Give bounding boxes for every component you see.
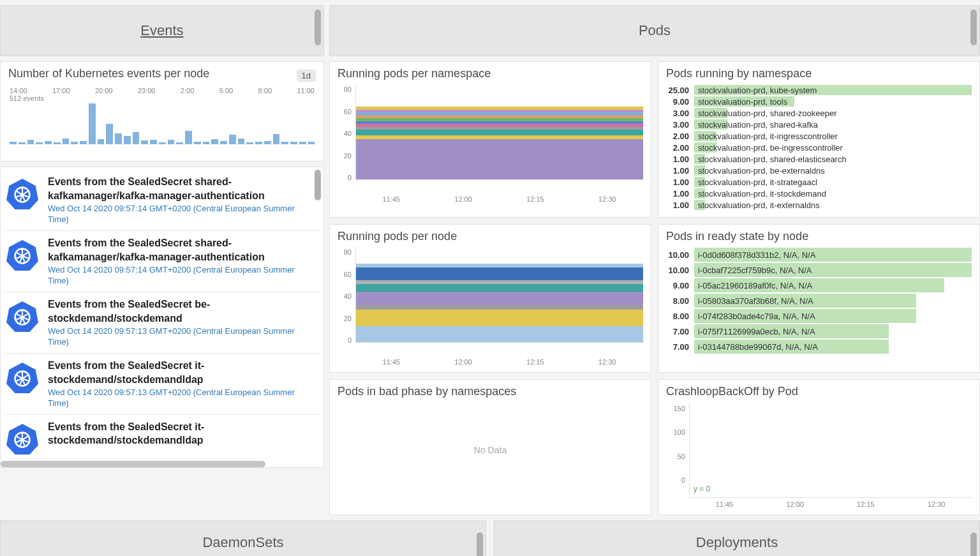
chart-bar — [106, 124, 113, 144]
chart-band — [356, 110, 643, 113]
panel-running-pods-per-namespace: Running pods per namespace 806040200 11:… — [329, 61, 651, 218]
y-tick-label: 60 — [344, 108, 352, 116]
kubernetes-icon — [6, 239, 39, 272]
events-per-node-chart[interactable]: 14:0017:0020:0023:002:005:008:0011:00 51… — [8, 84, 316, 154]
scrollbar-thumb[interactable] — [970, 532, 977, 556]
row-label: i-0d0d608f378d331b2, N/A, N/A — [698, 250, 815, 260]
value-list-row[interactable]: 10.00 i-0d0d608f378d331b2, N/A, N/A — [666, 247, 972, 262]
value-list-row[interactable]: 7.00 i-03144788bde99067d, N/A, N/A — [666, 339, 972, 354]
row-value: 3.00 — [666, 120, 694, 130]
chart-band — [356, 310, 643, 326]
chart-band — [356, 264, 643, 267]
chart-bar — [150, 140, 157, 144]
kubernetes-icon — [6, 361, 39, 394]
value-list-row[interactable]: 1.00 stockvaluation-prd, shared-elastics… — [666, 153, 972, 165]
value-list-row[interactable]: 9.00 stockvaluation-prd, tools — [666, 96, 972, 107]
chart-band — [356, 139, 643, 179]
no-data-label: No Data — [338, 402, 643, 498]
section-header-deployments[interactable]: Deployments — [494, 520, 980, 556]
event-list-item[interactable]: Events from the SealedSecret be-stockdem… — [4, 294, 320, 352]
value-list-row[interactable]: 2.00 stockvaluation-prd, be-ingresscontr… — [666, 142, 972, 153]
running-pods-ns-chart[interactable]: 806040200 — [338, 84, 643, 193]
row-label: stockvaluation-prd, kube-system — [698, 86, 817, 95]
x-tick-label: 12:15 — [857, 500, 875, 508]
row-value: 9.00 — [666, 97, 694, 107]
time-range-badge[interactable]: 1d — [297, 70, 316, 82]
value-list-row[interactable]: 1.00 stockvaluation-prd, be-externaldns — [666, 165, 972, 176]
x-tick-label: 12:00 — [454, 195, 472, 203]
row-value: 1.00 — [666, 154, 694, 164]
value-list-row[interactable]: 9.00 i-05ac21960189af0fc, N/A, N/A — [666, 278, 972, 293]
row-label: i-03144788bde99067d, N/A, N/A — [698, 342, 818, 352]
chart-bar — [98, 139, 105, 144]
chart-bar — [27, 140, 34, 144]
event-list-item[interactable]: Events from the SealedSecret it-stockdem… — [4, 416, 320, 460]
chart-bar — [36, 142, 43, 144]
event-list: Events from the SealedSecret shared-kafk… — [0, 167, 324, 468]
row-value: 25.00 — [666, 86, 694, 95]
value-list-row[interactable]: 2.00 stockvaluation-prd, it-ingresscontr… — [666, 130, 972, 142]
event-timestamp: Wed Oct 14 2020 09:57:14 GMT+0200 (Centr… — [48, 204, 315, 225]
x-tick-label: 12:00 — [786, 500, 804, 508]
section-header-events[interactable]: Events — [0, 5, 324, 56]
event-title: Events from the SealedSecret be-stockdem… — [48, 297, 315, 325]
chart-annotation: y = 0 — [694, 485, 710, 493]
y-tick-label: 100 — [674, 428, 685, 436]
chart-bar — [89, 103, 96, 144]
x-tick-label: 12:30 — [598, 195, 616, 203]
row-value: 9.00 — [666, 281, 694, 290]
event-list-item[interactable]: Events from the SealedSecret it-stockdem… — [4, 355, 320, 413]
panel-title: Running pods per namespace — [338, 67, 643, 80]
row-label: stockvaluation-prd, it-stockdemand — [698, 189, 826, 199]
chart-bar — [203, 142, 210, 144]
value-list-row[interactable]: 25.00 stockvaluation-prd, kube-system — [666, 84, 972, 96]
panel-pods-running-by-namespace: Pods running by namespace 25.00 stockval… — [658, 61, 980, 218]
chart-bar — [159, 142, 166, 144]
row-value: 1.00 — [666, 200, 694, 210]
chart-bar — [299, 142, 306, 144]
panel-events-per-node: Number of Kubernetes events per node 1d … — [0, 61, 324, 162]
y-tick-label: 50 — [678, 453, 685, 460]
section-header-pods[interactable]: Pods — [329, 5, 980, 56]
value-list-row[interactable]: 1.00 stockvaluation-prd, it-externaldns — [666, 199, 972, 211]
row-value: 3.00 — [666, 109, 694, 118]
chart-bar — [168, 140, 175, 144]
chart-band — [356, 112, 643, 116]
value-list-row[interactable]: 8.00 i-05803aa370af3b68f, N/A, N/A — [666, 293, 972, 308]
panel-pods-bad-phase: Pods in bad phase by namespaces No Data — [329, 379, 651, 515]
value-list-row[interactable]: 10.00 i-0cbaf7225cf759b9c, N/A, N/A — [666, 262, 972, 278]
value-list-row[interactable]: 7.00 i-075f71126999a0ecb, N/A, N/A — [666, 324, 972, 339]
section-header-daemonsets[interactable]: DaemonSets — [0, 520, 486, 556]
value-list-row[interactable]: 1.00 stockvaluation-prd, it-stockdemand — [666, 188, 972, 199]
chart-band — [356, 124, 643, 127]
chart-bar — [194, 142, 201, 144]
chart-bar — [229, 135, 236, 144]
panel-pods-ready-by-node: Pods in ready state by node 10.00 i-0d0d… — [658, 224, 980, 373]
scrollbar-thumb[interactable] — [315, 170, 321, 200]
chart-band — [356, 121, 643, 124]
crashloop-chart[interactable]: 150100500 y = 0 — [666, 402, 972, 498]
event-list-item[interactable]: Events from the SealedSecret shared-kafk… — [4, 171, 320, 229]
scrollbar-thumb[interactable] — [970, 10, 977, 45]
chart-bar — [211, 139, 218, 144]
running-pods-node-chart[interactable]: 806040200 — [338, 247, 643, 356]
panel-title: Pods in ready state by node — [666, 230, 972, 243]
x-tick-label: 14:00 — [10, 87, 27, 94]
value-list-row[interactable]: 1.00 stockvaluation-prd, it-strategaacl — [666, 176, 972, 188]
row-label: stockvaluation-prd, it-strategaacl — [698, 177, 817, 187]
value-list-row[interactable]: 3.00 stockvaluation-prd, shared-zookeepe… — [666, 107, 972, 119]
value-list-row[interactable]: 8.00 i-074f283b0ade4c79a, N/A, N/A — [666, 308, 972, 324]
chart-band — [356, 127, 643, 130]
x-tick-label: 20:00 — [95, 87, 113, 94]
value-list-row[interactable]: 3.00 stockvaluation-prd, shared-kafka — [666, 119, 972, 130]
row-label: stockvaluation-prd, be-externaldns — [698, 166, 825, 176]
chart-bar — [10, 142, 17, 144]
row-label: i-075f71126999a0ecb, N/A, N/A — [698, 327, 815, 336]
section-title-events: Events — [140, 22, 183, 39]
scrollbar-thumb[interactable] — [315, 10, 321, 45]
y-tick-label: 20 — [344, 315, 352, 322]
scrollbar-thumb[interactable] — [477, 532, 483, 556]
row-value: 8.00 — [666, 296, 694, 306]
event-list-item[interactable]: Events from the SealedSecret shared-kafk… — [4, 232, 320, 290]
horizontal-scrollbar[interactable] — [1, 461, 265, 467]
